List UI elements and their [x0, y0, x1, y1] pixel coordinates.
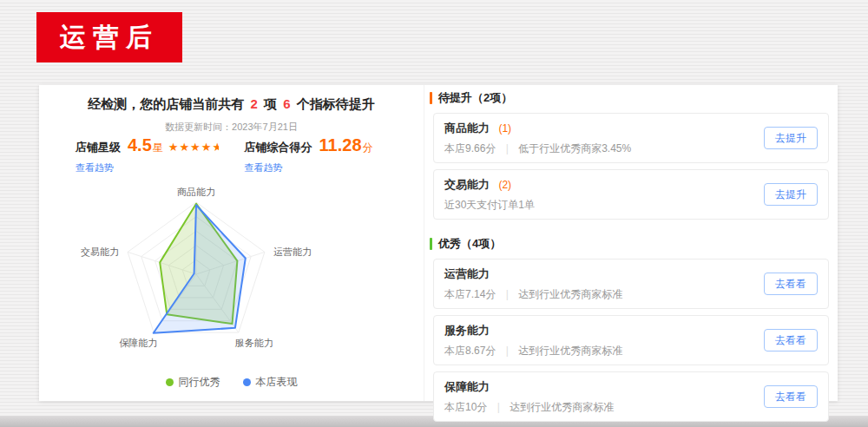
radar-legend: 同行优秀本店表现: [39, 375, 424, 390]
section-title: 优秀（4项）: [438, 236, 501, 252]
composite-score-block: 店铺综合得分 11.28 分 查看趋势: [245, 135, 373, 174]
diagnosis-summary: 经检测，您的店铺当前共有 2 项 6 个指标待提升: [39, 85, 424, 113]
metric-description: 本店7.14分 | 达到行业优秀商家标准: [444, 287, 818, 302]
metric-description: 本店10分 | 达到行业优秀商家标准: [444, 400, 818, 415]
metric-score-text: 本店8.67分: [444, 345, 496, 357]
legend-label: 本店表现: [256, 375, 298, 390]
metric-title: 交易能力: [444, 178, 490, 191]
radar-axis-label: 商品能力: [177, 187, 215, 197]
section-color-bar-icon: [430, 92, 432, 104]
stage-label-badge: 运营后: [36, 12, 182, 62]
metric-title: 服务能力: [444, 324, 490, 337]
summary-suffix: 个指标待提升: [297, 96, 375, 111]
radar-axis-label: 保障能力: [119, 338, 157, 348]
metric-card: 交易能力 (2) 近30天支付订单1单 | 去提升: [433, 169, 829, 220]
metric-count: (2): [498, 179, 511, 191]
indicator-sections: 待提升（2项） 商品能力 (1) 本店9.66分 | 低于行业优秀商家3.45%…: [424, 85, 838, 401]
star-icons: ★★★★★: [168, 141, 219, 154]
summary-prefix: 经检测，您的店铺当前共有: [88, 96, 244, 111]
metric-title: 保障能力: [444, 380, 490, 393]
metric-card: 运营能力 本店7.14分 | 达到行业优秀商家标准 去看看: [433, 259, 829, 309]
metric-divider: |: [506, 142, 509, 154]
half-star-icon: ★: [212, 141, 218, 154]
legend-dot-icon: [166, 378, 174, 386]
metric-card: 保障能力 本店10分 | 达到行业优秀商家标准 去看看: [433, 371, 829, 422]
metric-action-button[interactable]: 去看看: [764, 385, 818, 408]
radar-axis-label: 交易能力: [81, 246, 119, 257]
metric-action-button[interactable]: 去看看: [764, 329, 818, 351]
legend-item[interactable]: 同行优秀: [166, 375, 220, 390]
capability-radar-chart: 商品能力运营能力服务能力保障能力交易能力: [39, 172, 424, 371]
star-rating-label: 店铺星级: [76, 140, 121, 155]
metric-title: 商品能力: [444, 122, 490, 135]
section-header: 优秀（4项）: [430, 236, 829, 252]
star-rating-value: 4.5: [128, 135, 152, 155]
overview-panel: 经检测，您的店铺当前共有 2 项 6 个指标待提升 数据更新时间：2023年7月…: [39, 85, 424, 401]
shop-diagnosis-card: 经检测，您的店铺当前共有 2 项 6 个指标待提升 数据更新时间：2023年7月…: [39, 85, 838, 401]
metric-score-text: 本店7.14分: [444, 288, 496, 300]
star-rating-unit: 星: [153, 141, 163, 155]
screenshot-root: 运营后 经检测，您的店铺当前共有 2 项 6 个指标待提升 数据更新时间：202…: [0, 0, 868, 427]
metric-card: 服务能力 本店8.67分 | 达到行业优秀商家标准 去看看: [433, 315, 829, 365]
composite-score-label: 店铺综合得分: [245, 140, 312, 155]
metric-action-button[interactable]: 去提升: [764, 127, 818, 149]
metric-score-text: 本店10分: [444, 401, 487, 413]
section-color-bar-icon: [430, 238, 432, 250]
metric-title: 运营能力: [444, 267, 490, 280]
data-update-time: 数据更新时间：2023年7月21日: [39, 121, 424, 134]
radar-axis-label: 服务能力: [235, 338, 273, 348]
metric-description: 本店8.67分 | 达到行业优秀商家标准: [444, 344, 818, 358]
metric-score-text: 近30天支付订单1单: [444, 199, 535, 211]
metric-divider: |: [506, 345, 509, 357]
legend-label: 同行优秀: [179, 375, 220, 390]
section-header: 待提升（2项）: [430, 90, 829, 106]
pending-indicators-count: 6: [280, 96, 293, 111]
metric-comparison-text: 达到行业优秀商家标准: [518, 288, 622, 300]
star-rating-block: 店铺星级 4.5 星 ★★★★★ 查看趋势: [76, 135, 219, 174]
metric-action-button[interactable]: 去看看: [764, 273, 818, 295]
metric-comparison-text: 低于行业优秀商家3.45%: [518, 142, 631, 154]
metric-divider: |: [497, 401, 500, 413]
section-title: 待提升（2项）: [438, 90, 512, 106]
stats-row: 店铺星级 4.5 星 ★★★★★ 查看趋势 店铺综合得分 11.28 分 查看趋…: [76, 135, 373, 174]
metric-divider: |: [506, 288, 509, 300]
metric-comparison-text: 达到行业优秀商家标准: [510, 401, 614, 413]
radar-axis-label: 运营能力: [273, 246, 312, 257]
legend-item[interactable]: 本店表现: [243, 375, 298, 390]
metric-comparison-text: 达到行业优秀商家标准: [518, 345, 622, 357]
metric-description: 本店9.66分 | 低于行业优秀商家3.45%: [444, 141, 818, 156]
pending-groups-count: 2: [247, 96, 260, 111]
metric-score-text: 本店9.66分: [444, 142, 496, 154]
metric-action-button[interactable]: 去提升: [764, 183, 818, 206]
composite-score-unit: 分: [363, 141, 373, 155]
metric-card: 商品能力 (1) 本店9.66分 | 低于行业优秀商家3.45% 去提升: [433, 113, 829, 163]
full-star-icons: ★★★★: [168, 141, 213, 154]
legend-dot-icon: [243, 378, 251, 386]
metric-description: 近30天支付订单1单 |: [444, 198, 818, 213]
metric-count: (1): [498, 122, 511, 135]
composite-score-value: 11.28: [319, 135, 362, 155]
summary-mid: 项: [264, 96, 277, 111]
